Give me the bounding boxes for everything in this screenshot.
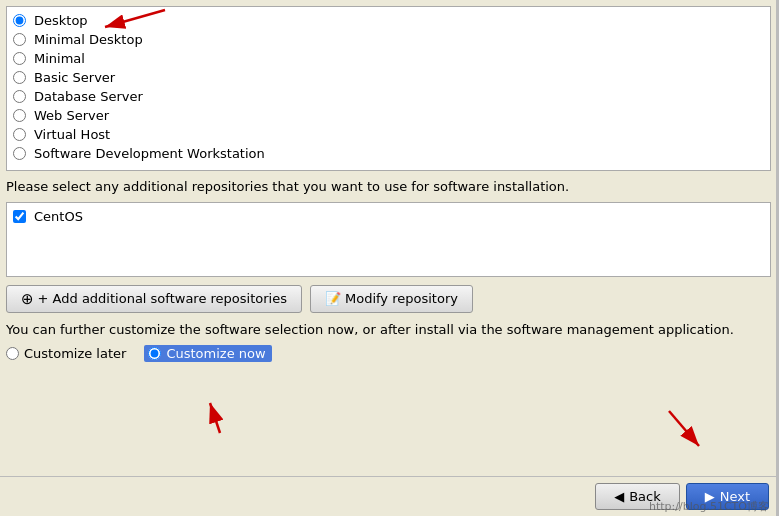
list-item-label-minimal[interactable]: Minimal — [34, 51, 85, 66]
list-item-label-web-server[interactable]: Web Server — [34, 108, 109, 123]
list-item-label-virtual-host[interactable]: Virtual Host — [34, 127, 110, 142]
list-item-software-dev[interactable]: Software Development Workstation — [13, 144, 764, 163]
software-list-box: Desktop Minimal Desktop Minimal Basic Se… — [6, 6, 771, 171]
list-item-web-server[interactable]: Web Server — [13, 106, 764, 125]
list-item-label-desktop[interactable]: Desktop — [34, 13, 88, 28]
add-icon: ⊕ — [21, 290, 34, 308]
watermark: http://blog.51CTO博客 — [649, 499, 769, 514]
customize-now-label[interactable]: Customize now — [144, 345, 271, 362]
list-item-desktop[interactable]: Desktop — [13, 11, 764, 30]
centos-label[interactable]: CentOS — [34, 209, 83, 224]
list-item-label-database-server[interactable]: Database Server — [34, 89, 143, 104]
customize-text: You can further customize the software s… — [6, 321, 771, 339]
list-item-minimal[interactable]: Minimal — [13, 49, 764, 68]
arrow-next — [649, 406, 729, 466]
repos-box: CentOS — [6, 202, 771, 277]
repo-buttons-row: ⊕ + Add additional software repositories… — [6, 285, 771, 313]
list-item-database-server[interactable]: Database Server — [13, 87, 764, 106]
back-icon: ◀ — [614, 489, 624, 504]
list-item-label-software-dev[interactable]: Software Development Workstation — [34, 146, 265, 161]
centos-checkbox[interactable] — [13, 210, 26, 223]
customize-later-label[interactable]: Customize later — [6, 346, 126, 361]
list-item-basic-server[interactable]: Basic Server — [13, 68, 764, 87]
customize-section: You can further customize the software s… — [6, 321, 771, 362]
arrow-customize-now — [170, 368, 270, 438]
modify-repo-button[interactable]: 📝 Modify repository — [310, 285, 473, 313]
main-container: Desktop Minimal Desktop Minimal Basic Se… — [0, 0, 779, 516]
list-item-label-minimal-desktop[interactable]: Minimal Desktop — [34, 32, 143, 47]
list-item-minimal-desktop[interactable]: Minimal Desktop — [13, 30, 764, 49]
list-item-label-basic-server[interactable]: Basic Server — [34, 70, 115, 85]
list-item-virtual-host[interactable]: Virtual Host — [13, 125, 764, 144]
edit-icon: 📝 — [325, 291, 341, 306]
repo-item-centos[interactable]: CentOS — [13, 207, 764, 226]
repos-label: Please select any additional repositorie… — [6, 179, 771, 196]
add-repo-button[interactable]: ⊕ + Add additional software repositories — [6, 285, 302, 313]
software-list-inner[interactable]: Desktop Minimal Desktop Minimal Basic Se… — [7, 7, 770, 170]
customize-later-radio[interactable] — [6, 347, 19, 360]
customize-now-radio[interactable] — [148, 347, 161, 360]
customize-radios: Customize later Customize now — [6, 345, 771, 362]
